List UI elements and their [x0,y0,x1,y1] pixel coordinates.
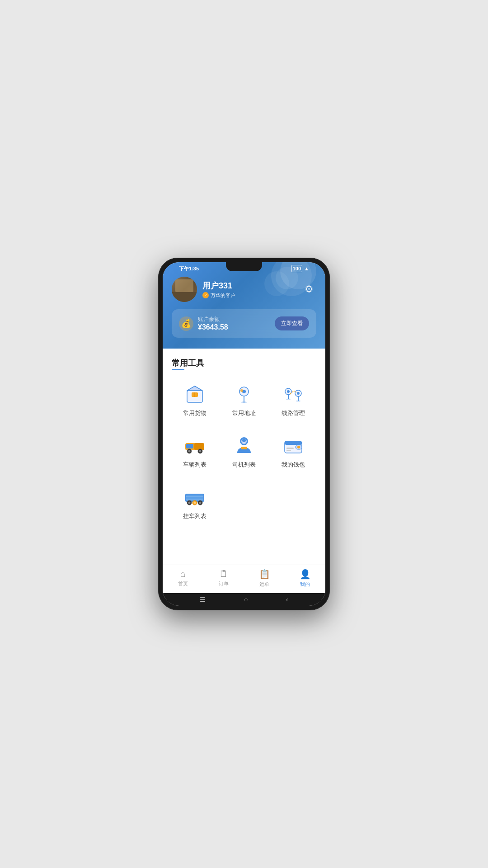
home-icon: ⌂ [180,569,186,579]
home-label: 首页 [178,580,188,587]
svg-rect-30 [286,450,291,451]
balance-left: 💰 账户余额 ¥3643.58 [179,316,228,331]
waybill-label: 运单 [259,581,269,588]
section-title: 常用工具 [172,358,204,368]
order-label: 订单 [219,580,229,587]
balance-card: 💰 账户余额 ¥3643.58 立即查看 [172,309,316,338]
back-button[interactable]: ‹ [286,596,288,603]
goods-label: 常用货物 [183,409,206,417]
driver-icon [233,434,255,457]
driver-label: 司机列表 [232,461,256,469]
user-info: 用户331 ✓ 万华的客户 [172,277,235,302]
svg-rect-32 [186,495,203,501]
header-section: 下午1:35 100 ▲ 用户331 ✓ [163,262,325,349]
user-name: 用户331 [202,280,235,291]
wifi-icon: ▲ [304,266,309,271]
address-icon [233,382,255,405]
route-label: 线路管理 [282,409,305,417]
balance-amount: ¥3643.58 [198,323,228,331]
wallet-label: 我的钱包 [282,461,305,469]
driver-icon-wrap [232,434,256,457]
svg-point-6 [241,401,247,403]
trailer-icon-wrap [183,485,206,509]
svg-marker-1 [187,386,202,391]
route-icon [282,382,305,405]
tool-item-trailer[interactable]: 挂车列表 [172,481,217,525]
svg-point-9 [287,390,290,393]
svg-rect-24 [241,447,247,449]
svg-point-13 [296,401,300,402]
svg-point-10 [286,399,291,400]
nav-item-home[interactable]: ⌂ 首页 [163,569,203,588]
svg-rect-29 [286,448,294,449]
tool-item-route[interactable]: 线路管理 [271,377,316,422]
nav-item-order[interactable]: 🗒 订单 [203,569,244,588]
order-icon: 🗒 [219,569,228,579]
goods-icon-wrap [183,382,206,406]
phone-screen: 下午1:35 100 ▲ 用户331 ✓ [163,262,325,606]
status-icons: 100 ▲ [291,265,309,272]
phone-frame: 下午1:35 100 ▲ 用户331 ✓ [158,258,330,610]
svg-rect-26 [285,441,302,445]
vehicle-icon-wrap [183,434,206,457]
tool-item-goods[interactable]: 常用货物 [172,377,217,422]
gear-icon: ⚙ [305,283,314,295]
view-balance-button[interactable]: 立即查看 [275,316,309,330]
balance-info: 账户余额 ¥3643.58 [198,316,228,331]
address-label: 常用地址 [232,409,256,417]
bottom-nav: ⌂ 首页 🗒 订单 📋 运单 👤 我的 [163,565,325,593]
waybill-icon: 📋 [259,569,270,580]
status-time: 下午1:35 [179,265,199,272]
tools-grid: 常用货物 常用地址 [172,377,316,525]
android-nav: ☰ ○ ‹ [163,593,325,606]
tool-item-wallet[interactable]: 我的钱包 [271,429,316,473]
section-title-row: 常用工具 [172,358,316,368]
svg-point-20 [199,450,201,453]
nav-item-waybill[interactable]: 📋 运单 [244,569,285,588]
avatar[interactable] [172,277,197,302]
svg-point-40 [193,502,196,504]
goods-icon [183,382,206,405]
settings-button[interactable]: ⚙ [302,282,316,297]
user-badge-row: ✓ 万华的客户 [202,292,235,299]
svg-point-38 [199,502,201,504]
coin-icon: 💰 [179,316,193,331]
svg-rect-16 [186,444,193,448]
badge-icon: ✓ [202,292,209,298]
tool-item-driver[interactable]: 司机列表 [221,429,267,473]
mine-label: 我的 [300,581,310,588]
svg-point-7 [240,389,243,392]
home-button[interactable]: ○ [244,596,248,603]
vehicle-icon [183,434,206,457]
wallet-icon [282,434,305,457]
user-row: 用户331 ✓ 万华的客户 ⚙ [172,273,316,309]
battery-icon: 100 [291,265,302,272]
svg-point-23 [242,439,246,442]
trailer-icon [183,486,206,508]
trailer-label: 挂车列表 [183,512,206,520]
address-icon-wrap [232,382,256,406]
badge-text: 万华的客户 [211,292,235,299]
tool-item-vehicle[interactable]: 车辆列表 [172,429,217,473]
svg-point-28 [297,446,300,448]
wallet-icon-wrap [282,434,305,457]
notch [226,262,262,271]
tool-item-address[interactable]: 常用地址 [221,377,267,422]
user-text: 用户331 ✓ 万华的客户 [202,280,235,299]
route-icon-wrap [282,382,305,406]
vehicle-label: 车辆列表 [183,461,206,469]
balance-label: 账户余额 [198,316,228,323]
svg-point-12 [297,392,300,395]
mine-icon: 👤 [300,569,311,580]
main-content: 常用工具 常用货物 [163,349,325,565]
menu-button[interactable]: ☰ [200,596,206,603]
svg-point-36 [188,502,190,504]
svg-point-18 [188,450,190,453]
nav-item-mine[interactable]: 👤 我的 [285,569,325,588]
